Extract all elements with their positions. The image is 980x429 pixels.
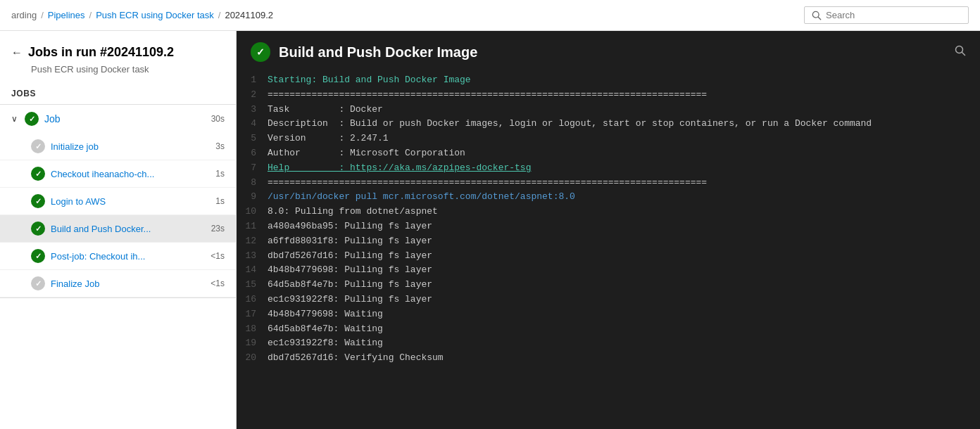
line-number: 20 — [242, 351, 268, 366]
log-line: 19ec1c931922f8: Waiting — [242, 336, 966, 351]
run-title: Jobs in run #20241109.2 — [28, 45, 174, 60]
line-text: ec1c931922f8: Pulling fs layer — [268, 293, 432, 307]
log-line: 5Version : 2.247.1 — [242, 132, 966, 146]
step-login-aws[interactable]: ✓ Login to AWS 1s — [0, 188, 236, 215]
line-number: 6 — [242, 146, 268, 161]
log-content: 1Starting: Build and Push Docker Image2=… — [237, 73, 980, 380]
sidebar-header: ← Jobs in run #20241109.2 Push ECR using… — [0, 31, 236, 83]
line-number: 3 — [242, 103, 268, 117]
line-text: a480a496ba95: Pulling fs layer — [268, 219, 432, 234]
jobs-section-label: Jobs — [0, 83, 236, 105]
line-text: Description : Build or push Docker image… — [268, 117, 872, 132]
step-initialize-job[interactable]: ✓ Initialize job 3s — [0, 133, 236, 160]
line-text: 64d5ab8f4e7b: Waiting — [268, 322, 383, 337]
line-number: 9 — [242, 190, 268, 205]
line-number: 7 — [242, 161, 268, 176]
breadcrumb-arding[interactable]: arding — [11, 10, 37, 20]
breadcrumb: arding / Pipelines / Push ECR using Dock… — [11, 10, 273, 20]
step-name-login: Login to AWS — [51, 196, 210, 207]
svg-line-3 — [962, 53, 965, 56]
breadcrumb-run-id: 20241109.2 — [225, 10, 273, 20]
step-time-checkout: 1s — [215, 169, 225, 179]
line-text: Author : Microsoft Corporation — [268, 146, 465, 161]
job-row[interactable]: ∨ ✓ Job 30s — [0, 105, 236, 133]
breadcrumb-pipelines[interactable]: Pipelines — [48, 10, 85, 20]
log-line: 9/usr/bin/docker pull mcr.microsoft.com/… — [242, 190, 966, 205]
log-line: 1Starting: Build and Push Docker Image — [242, 73, 966, 88]
main-layout: ← Jobs in run #20241109.2 Push ECR using… — [0, 31, 980, 429]
log-line: 108.0: Pulling from dotnet/aspnet — [242, 205, 966, 219]
log-line: 20dbd7d5267d16: Verifying Checksum — [242, 351, 966, 366]
step-name-build: Build and Push Docker... — [51, 224, 206, 234]
step-post-checkout[interactable]: ✓ Post-job: Checkout ih... <1s — [0, 243, 236, 270]
log-panel: ✓ Build and Push Docker Image 1Starting:… — [237, 31, 980, 429]
step-status-icon-login: ✓ — [31, 194, 45, 208]
line-text: ========================================… — [268, 176, 707, 191]
line-text: 64d5ab8f4e7b: Pulling fs layer — [268, 278, 432, 293]
line-number: 10 — [242, 205, 268, 219]
log-line: 11a480a496ba95: Pulling fs layer — [242, 219, 966, 234]
search-icon — [812, 11, 822, 20]
step-time-login: 1s — [215, 196, 225, 206]
breadcrumb-pipeline-name[interactable]: Push ECR using Docker task — [96, 10, 214, 20]
step-status-icon-build: ✓ — [31, 222, 45, 236]
log-line: 12a6ffd88031f8: Pulling fs layer — [242, 234, 966, 249]
log-header: ✓ Build and Push Docker Image — [237, 31, 980, 73]
log-line: 3Task : Docker — [242, 103, 966, 117]
search-box[interactable] — [804, 6, 969, 24]
step-build-push[interactable]: ✓ Build and Push Docker... 23s — [0, 215, 236, 243]
back-arrow-icon: ← — [11, 46, 23, 59]
line-number: 5 — [242, 132, 268, 146]
log-line: 16ec1c931922f8: Pulling fs layer — [242, 293, 966, 307]
log-line: 144b48b4779698: Pulling fs layer — [242, 263, 966, 278]
line-text: 4b48b4779698: Pulling fs layer — [268, 263, 432, 278]
log-search-icon[interactable] — [955, 45, 966, 59]
top-bar: arding / Pipelines / Push ECR using Dock… — [0, 0, 980, 31]
log-status-icon: ✓ — [251, 42, 270, 62]
line-text: a6ffd88031f8: Pulling fs layer — [268, 234, 432, 249]
step-time-post: <1s — [211, 251, 225, 261]
line-number: 8 — [242, 176, 268, 191]
log-line: 7Help : https://aka.ms/azpipes-docker-ts… — [242, 161, 966, 176]
log-line: 13dbd7d5267d16: Pulling fs layer — [242, 249, 966, 264]
job-name: Job — [44, 113, 206, 124]
step-finalize[interactable]: ✓ Finalize Job <1s — [0, 270, 236, 297]
step-name-initialize: Initialize job — [51, 141, 210, 152]
line-text: dbd7d5267d16: Verifying Checksum — [268, 351, 444, 366]
line-number: 13 — [242, 249, 268, 264]
line-text: Help : https://aka.ms/azpipes-docker-tsg — [268, 161, 531, 176]
line-number: 19 — [242, 336, 268, 351]
back-button[interactable]: ← Jobs in run #20241109.2 — [11, 45, 225, 60]
search-input[interactable] — [826, 10, 961, 20]
log-line: 4Description : Build or push Docker imag… — [242, 117, 966, 132]
log-line: 8=======================================… — [242, 176, 966, 191]
step-status-icon-finalize: ✓ — [31, 276, 45, 290]
line-number: 15 — [242, 278, 268, 293]
run-subtitle: Push ECR using Docker task — [11, 64, 225, 75]
line-text: Version : 2.247.1 — [268, 132, 389, 146]
breadcrumb-sep-1: / — [41, 10, 44, 20]
breadcrumb-sep-2: / — [89, 10, 92, 20]
step-checkout[interactable]: ✓ Checkout iheanacho-ch... 1s — [0, 160, 236, 188]
chevron-down-icon: ∨ — [11, 114, 18, 124]
step-status-icon-post: ✓ — [31, 249, 45, 263]
line-number: 17 — [242, 307, 268, 322]
line-number: 14 — [242, 263, 268, 278]
line-number: 16 — [242, 293, 268, 307]
step-status-icon-initialize: ✓ — [31, 139, 45, 153]
log-line: 174b48b4779698: Waiting — [242, 307, 966, 322]
line-number: 1 — [242, 73, 268, 88]
line-text: 8.0: Pulling from dotnet/aspnet — [268, 205, 438, 219]
step-name-checkout: Checkout iheanacho-ch... — [51, 169, 210, 179]
step-name-finalize: Finalize Job — [51, 278, 205, 289]
step-name-post: Post-job: Checkout ih... — [51, 251, 205, 262]
line-text: Starting: Build and Push Docker Image — [268, 73, 471, 88]
step-time-build: 23s — [211, 224, 225, 233]
line-text: ========================================… — [268, 88, 707, 103]
log-title: Build and Push Docker Image — [279, 44, 477, 60]
svg-line-1 — [818, 17, 821, 20]
sidebar: ← Jobs in run #20241109.2 Push ECR using… — [0, 31, 237, 429]
line-number: 11 — [242, 219, 268, 234]
step-time-finalize: <1s — [211, 278, 225, 288]
line-text: 4b48b4779698: Waiting — [268, 307, 383, 322]
